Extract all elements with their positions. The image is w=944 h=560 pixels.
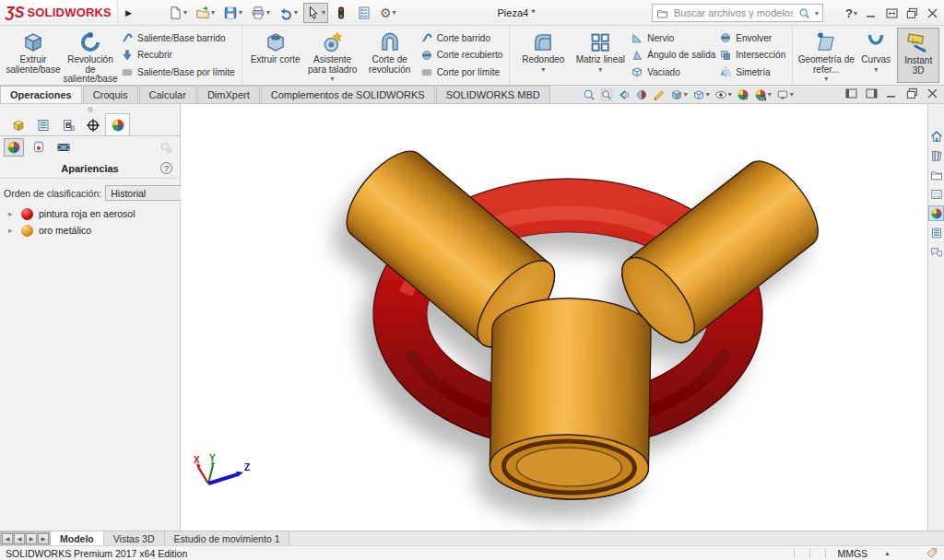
wrap-button[interactable]: Envolver: [719, 30, 785, 45]
instant3d-button[interactable]: Instant 3D: [897, 28, 939, 83]
display-style-button[interactable]: ▾: [692, 88, 710, 101]
mirror-button[interactable]: Simetría: [719, 64, 785, 79]
tab-solidworks-mbd[interactable]: SOLIDWORKS MBD: [436, 86, 550, 103]
scroll-next-button[interactable]: ▶: [26, 533, 37, 544]
curves-button[interactable]: Curvas ▾: [855, 28, 897, 73]
intersect-button[interactable]: Intersección: [719, 48, 785, 63]
swept-cut-button[interactable]: Corte barrido: [420, 30, 503, 45]
help-button[interactable]: ?▾: [845, 6, 857, 20]
feature-manager-tab[interactable]: [6, 113, 30, 135]
dropdown-caret-icon[interactable]: ▾: [824, 76, 828, 82]
search-dropdown-caret-icon[interactable]: ▾: [815, 9, 819, 18]
rebuild-button[interactable]: [331, 3, 351, 23]
configuration-manager-tab[interactable]: [55, 113, 80, 135]
edit-appearance-button[interactable]: [737, 88, 749, 101]
view-palette-button[interactable]: [928, 186, 944, 202]
tab-complementos[interactable]: Complementos de SOLIDWORKS: [261, 86, 435, 103]
swept-boss-button[interactable]: Saliente/Base barrido: [121, 30, 235, 45]
boundary-cut-button[interactable]: Corte por límite: [420, 64, 503, 79]
dimxpert-manager-tab[interactable]: [80, 113, 105, 135]
zoom-to-fit-button[interactable]: [583, 88, 596, 101]
file-properties-button[interactable]: [354, 3, 374, 23]
dropdown-caret-icon[interactable]: ▾: [728, 90, 732, 99]
expand-arrow-icon[interactable]: ▸: [8, 209, 16, 218]
dropdown-caret-icon[interactable]: ▾: [393, 8, 396, 17]
previous-view-button[interactable]: [618, 88, 631, 101]
undo-button[interactable]: ▾: [276, 3, 301, 23]
view-decals-button[interactable]: [29, 138, 49, 157]
rib-button[interactable]: Nervio: [631, 30, 715, 45]
dropdown-caret-icon[interactable]: ▾: [541, 66, 545, 73]
view-settings-button[interactable]: ▾: [776, 88, 794, 101]
shell-button[interactable]: Vaciado: [631, 64, 715, 79]
doc-minimize-button[interactable]: [886, 88, 898, 99]
view-appearances-button[interactable]: [4, 138, 24, 157]
show-right-pane-button[interactable]: [866, 88, 878, 99]
display-manager-tab[interactable]: [105, 113, 130, 135]
scroll-first-button[interactable]: ◀: [2, 533, 13, 544]
file-explorer-button[interactable]: [928, 167, 944, 182]
motion-study-tab[interactable]: Estudio de movimiento 1: [165, 531, 290, 545]
design-library-button[interactable]: [928, 147, 944, 163]
extruded-boss-button[interactable]: Extruir saliente/base: [5, 28, 62, 75]
panel-collapse-handle[interactable]: [88, 107, 93, 112]
appearances-scenes-button[interactable]: [928, 205, 944, 221]
boundary-boss-button[interactable]: Saliente/Base por límite: [121, 64, 235, 79]
dropdown-caret-icon[interactable]: ▾: [854, 9, 857, 18]
search-icon[interactable]: [798, 7, 810, 19]
view-scene-lights-button[interactable]: [53, 138, 74, 157]
dropdown-caret-icon[interactable]: ▾: [211, 8, 215, 17]
search-scope-folder-icon[interactable]: [656, 7, 668, 19]
custom-properties-button[interactable]: [928, 225, 944, 240]
new-document-button[interactable]: ▾: [165, 3, 190, 23]
fillet-button[interactable]: Redondeo ▾: [514, 28, 572, 73]
show-left-pane-button[interactable]: [845, 88, 857, 99]
dropdown-caret-icon[interactable]: ▾: [294, 8, 298, 17]
minimize-button[interactable]: [866, 7, 878, 19]
dropdown-caret-icon[interactable]: ▾: [598, 66, 602, 73]
graphics-viewport[interactable]: X Y Z: [181, 104, 927, 531]
tab-calcular[interactable]: Calcular: [139, 86, 196, 103]
menu-flyout-arrow-icon[interactable]: ▶: [118, 8, 139, 18]
reference-geometry-button[interactable]: Geometría de refer... ▾: [797, 28, 855, 82]
annotation-views-button[interactable]: [653, 88, 666, 101]
section-view-button[interactable]: [635, 88, 648, 101]
options-button[interactable]: ⚙▾: [377, 3, 399, 23]
tab-operaciones[interactable]: Operaciones: [0, 86, 82, 103]
dropdown-caret-icon[interactable]: ▾: [790, 90, 794, 99]
lofted-cut-button[interactable]: Corte recubierto: [420, 48, 503, 63]
dropdown-caret-icon[interactable]: ▾: [331, 76, 335, 82]
revolved-boss-button[interactable]: Revolución de saliente/base: [62, 28, 119, 85]
dropdown-caret-icon[interactable]: ▾: [322, 8, 325, 17]
zoom-to-area-button[interactable]: [600, 88, 613, 101]
save-button[interactable]: ▾: [220, 3, 245, 23]
tab-croquis[interactable]: Croquis: [83, 86, 138, 103]
dropdown-caret-icon[interactable]: ▾: [768, 90, 772, 99]
revolved-cut-button[interactable]: Corte de revolución: [361, 28, 419, 75]
dropdown-caret-icon[interactable]: ▾: [183, 8, 187, 17]
home-tab-button[interactable]: [928, 128, 944, 144]
expand-button[interactable]: [886, 7, 898, 19]
print-button[interactable]: ▾: [248, 3, 273, 23]
linear-pattern-button[interactable]: Matriz lineal ▾: [572, 28, 629, 73]
property-manager-tab[interactable]: [30, 113, 55, 135]
dropdown-caret-icon[interactable]: ▾: [684, 90, 688, 99]
forum-button[interactable]: [928, 244, 944, 260]
model-tab[interactable]: Modelo: [51, 531, 104, 545]
tab-dimxpert[interactable]: DimXpert: [197, 86, 260, 103]
lofted-boss-button[interactable]: Recubrir: [121, 48, 235, 63]
help-icon[interactable]: ?: [160, 162, 172, 174]
sort-order-dropdown[interactable]: Historial ▾: [105, 185, 192, 201]
view-orientation-button[interactable]: ▾: [670, 88, 688, 101]
extruded-cut-button[interactable]: Extruir corte: [247, 28, 304, 65]
apply-scene-button[interactable]: ▾: [754, 88, 772, 101]
dropdown-caret-icon[interactable]: ▾: [266, 8, 270, 17]
dropdown-caret-icon[interactable]: ▾: [239, 8, 242, 17]
dropdown-caret-icon[interactable]: ▾: [874, 66, 878, 73]
select-tool-button[interactable]: ▾: [303, 3, 328, 23]
hole-wizard-button[interactable]: Asistente para taladro ▾: [304, 28, 361, 82]
gold-cylinder-bottom[interactable]: [490, 298, 652, 501]
open-button[interactable]: ▾: [193, 3, 218, 23]
appearance-item-gold-metal[interactable]: ▸ oro metálico: [0, 222, 180, 239]
tag-icon[interactable]: [926, 547, 938, 560]
